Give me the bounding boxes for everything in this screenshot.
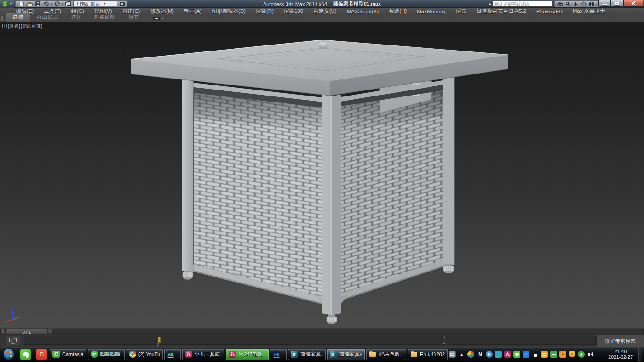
taskbar-button-label: 藤编家具... (300, 351, 323, 358)
screenshot-tray-icon[interactable] (559, 351, 566, 358)
keyboard-layout-icon[interactable] (449, 351, 456, 358)
new-scene-icon[interactable] (18, 1, 25, 7)
qat-customize-button[interactable] (120, 2, 125, 6)
frame-1-tick (444, 336, 445, 339)
taskbar-button-folder-e[interactable]: E:\天竹202... (408, 349, 448, 360)
menu-antivirus[interactable]: Max 杀毒卫士 (568, 8, 610, 15)
workspace-selector[interactable]: 工作区: 默认 ▼ (73, 1, 117, 6)
payment-tray-icon[interactable] (550, 351, 557, 358)
time-slider-row: < 0 / 1 > (0, 328, 644, 335)
ribbon-tab-selection[interactable]: 选择 (64, 13, 88, 22)
taskbar-button-3dsmax-1[interactable]: 藤编家具... (288, 349, 326, 360)
ribbon-tab-modeling[interactable]: 建模 (6, 13, 30, 22)
menu-maxscript[interactable]: MAXScript(X) (342, 9, 384, 14)
taskbar-button-photoshop[interactable]: Ps (270, 349, 287, 360)
ribbon-tab-freeform[interactable]: 自由形式 (30, 13, 64, 22)
network-icon[interactable] (596, 351, 603, 358)
taskbar-button-audition[interactable]: Au (164, 349, 181, 360)
subscription-key-icon[interactable] (564, 1, 571, 7)
close-button[interactable] (623, 0, 643, 7)
pinwheel-tray-icon[interactable] (467, 351, 474, 358)
clock-time: 21:40 (608, 349, 633, 354)
browser-tray-icon[interactable]: e (578, 351, 585, 358)
taskbar-button-youtube-chrome[interactable]: (2) YouTu... (126, 349, 163, 360)
quick-access-toolbar: ▼ ▼ 工作区: 默认 ▼ (15, 0, 127, 7)
axis-z-label: z (11, 305, 13, 309)
ribbon-tab-populate[interactable]: 填充 (122, 13, 145, 22)
perspective-viewport[interactable]: [+] [透视] [明暗处理] (0, 22, 644, 328)
time-slider-grip[interactable]: 0 / 1 (6, 329, 47, 334)
mini-curve-editor-button[interactable] (6, 336, 20, 345)
menu-customize[interactable]: 自定义(U) (308, 8, 341, 15)
open-file-icon[interactable] (26, 1, 33, 7)
menu-maxmummy[interactable]: MaxMummy (412, 9, 451, 14)
workspace-caret-icon: ▼ (104, 2, 106, 5)
undo-icon[interactable] (43, 1, 50, 7)
show-desktop-button[interactable] (638, 347, 642, 362)
svg-text:?: ? (590, 2, 592, 6)
taskbar-button-camtasia[interactable]: C Camtasia 9 (50, 349, 86, 360)
menu-phoenixfd[interactable]: PhoenixFD (531, 9, 568, 14)
ribbon-toggle-caret-icon: ▼ (161, 17, 164, 20)
app-store-tray-icon[interactable] (495, 351, 502, 358)
redo-icon[interactable] (54, 1, 61, 7)
ime-tray-icon[interactable]: N (477, 351, 483, 358)
camtasia-pinned-icon[interactable]: C (36, 349, 47, 360)
ribbon-minimize-toggle[interactable]: ▼ (153, 17, 164, 20)
taskbar-button-bilibili[interactable]: ⇄ 哔哩哔哩 (... (88, 349, 125, 360)
3dsmax-icon (330, 351, 337, 358)
camtasia-icon: C (52, 351, 60, 358)
3dsmax-logo-icon (2, 1, 9, 7)
title-bar: ▼ ▼ ▼ 工作区: 默认 ▼ (0, 0, 644, 8)
time-slider-track[interactable] (0, 329, 644, 334)
communication-center-icon[interactable] (572, 1, 579, 7)
tray-clock[interactable]: 21:40 2021-02-27 (605, 349, 636, 360)
help-icon[interactable]: ? (588, 1, 595, 7)
favorites-star-icon[interactable] (580, 1, 587, 7)
pc-manager-tray-icon[interactable]: ✓ (523, 351, 529, 358)
taskbar-button-xiaowan-toolbox[interactable]: 丸 小丸工具箱... (182, 349, 225, 360)
kugou-tray-icon[interactable]: K (486, 351, 493, 358)
infocenter-buttons: ? ▼ (554, 0, 600, 7)
application-menu-button[interactable]: ▼ (0, 0, 14, 8)
minimize-button[interactable] (598, 0, 611, 7)
menu-rendercloud[interactable]: 渲云 (451, 8, 472, 15)
workspace-label: 工作区: 默认 (75, 1, 100, 7)
save-file-icon[interactable] (34, 1, 41, 7)
previous-frame-button[interactable]: < (0, 329, 6, 334)
undo-caret-icon[interactable]: ▼ (50, 2, 52, 5)
restore-button[interactable] (611, 0, 623, 7)
search-input[interactable] (492, 1, 553, 7)
menu-render100[interactable]: 渲染100 (279, 8, 308, 15)
taskbar-button-folder-k[interactable]: K:\古色教... (366, 349, 406, 360)
menu-animation[interactable]: 动画(A) (179, 8, 207, 15)
taskbar-button-label: Camtasia 9 (62, 351, 84, 357)
volume-icon[interactable] (587, 351, 594, 358)
windows-taskbar: C C Camtasia 9 ⇄ 哔哩哔哩 (... (2) YouTu... … (0, 347, 644, 361)
redo-caret-icon[interactable]: ▼ (61, 2, 63, 5)
cancel-expert-mode-button[interactable]: 取消专家模式 (596, 335, 644, 347)
project-folder-icon[interactable] (65, 1, 72, 7)
security-shield-tray-icon[interactable]: ✓ (569, 351, 575, 358)
menu-help[interactable]: 帮助(H) (384, 8, 412, 15)
qq-tray-icon[interactable] (532, 351, 539, 358)
search-expand-icon[interactable]: ▶ (489, 2, 491, 6)
wechat-tray-icon[interactable] (513, 351, 520, 358)
taskbar-button-3dsmax-active[interactable]: 藤编家具模... (327, 349, 365, 360)
bankcard-tray-icon[interactable] (541, 351, 548, 358)
menu-rendering[interactable]: 渲染(R) (251, 8, 279, 15)
search-binoculars-icon[interactable] (557, 1, 564, 7)
ribbon-grip-handle[interactable] (1, 16, 3, 21)
show-hidden-icons-button[interactable]: ▲ (458, 351, 465, 358)
menu-slim-archive[interactable]: 极速瘦身安全归档5.2 (472, 8, 531, 15)
xiaowan-tray-icon[interactable]: 丸 (504, 351, 511, 358)
menu-modifiers[interactable]: 修改器(M) (145, 8, 179, 15)
wechat-pinned-icon[interactable] (20, 349, 31, 360)
menu-graph-editors[interactable]: 图形编辑器(D) (207, 8, 251, 15)
next-frame-button[interactable]: > (48, 329, 53, 334)
taskbar-button-no247[interactable]: 丸 №247电动... (226, 349, 269, 360)
ribbon-tab-object-paint[interactable]: 对象绘制 (88, 13, 122, 22)
start-button[interactable] (3, 348, 14, 360)
track-bar[interactable] (24, 336, 596, 345)
help-caret-icon[interactable]: ▼ (596, 3, 598, 6)
